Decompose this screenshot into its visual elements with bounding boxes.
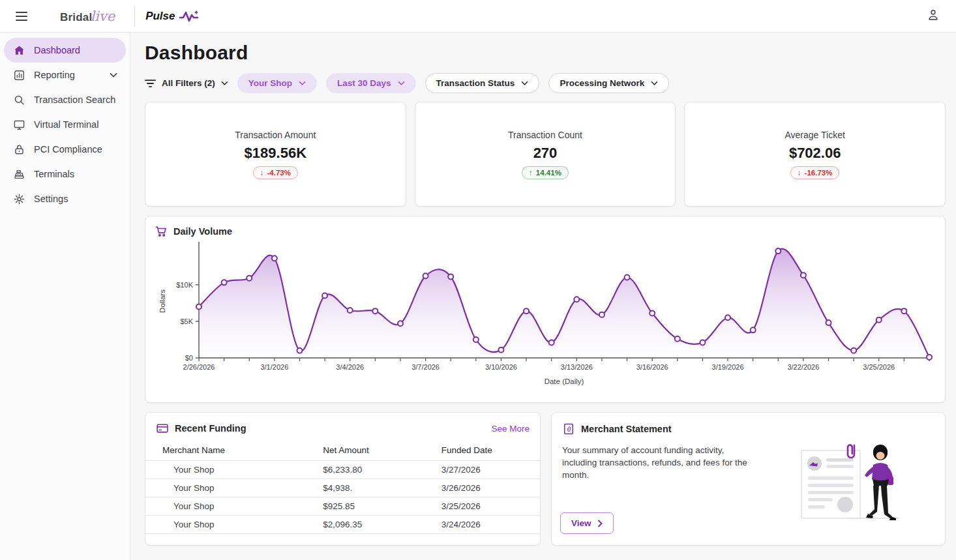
arrow-down-icon: ↓ [260, 169, 264, 177]
table-row[interactable]: Your Shop $4,938. 3/26/2026 [145, 479, 540, 497]
funded-date-cell: 3/26/2026 [441, 479, 540, 497]
svg-text:$5K: $5K [180, 317, 193, 325]
column-header-merchant: Merchant Name [145, 441, 323, 461]
svg-text:2/26/2026: 2/26/2026 [183, 363, 215, 371]
filter-icon [145, 79, 156, 88]
stat-value: 270 [533, 145, 558, 162]
chart-title: Daily Volume [173, 226, 232, 237]
page-title: Dashboard [145, 42, 946, 64]
stat-label: Transaction Amount [235, 130, 316, 140]
filter-date-range[interactable]: Last 30 Days [326, 73, 416, 93]
net-amount-cell: $4,938. [323, 479, 441, 497]
svg-text:3/16/2026: 3/16/2026 [636, 363, 668, 371]
merchant-name-cell: Your Shop [145, 461, 323, 479]
daily-volume-chart[interactable]: $0$5K$10KDollars2/26/20263/1/20263/4/202… [155, 239, 936, 393]
view-statement-button[interactable]: View [560, 512, 614, 534]
funded-date-cell: 3/25/2026 [441, 497, 540, 516]
product-name: Pulse [145, 10, 175, 23]
svg-text:3/10/2026: 3/10/2026 [485, 363, 517, 371]
filter-your-shop[interactable]: Your Shop [237, 73, 317, 93]
table-row[interactable]: Your Shop $925.85 3/25/2026 [145, 497, 540, 516]
statement-title: Merchant Statement [581, 424, 672, 434]
svg-text:Date (Daily): Date (Daily) [545, 377, 584, 385]
sidebar-item-terminals[interactable]: Terminals [4, 162, 126, 186]
svg-text:3/19/2026: 3/19/2026 [712, 363, 744, 371]
shopping-cart-icon [155, 225, 168, 238]
sidebar-item-label: Reporting [34, 70, 75, 80]
statement-description: Your summary of account funding activity… [562, 444, 761, 481]
recent-funding-card: Recent Funding See More Merchant Name Ne… [145, 412, 541, 546]
search-icon [12, 93, 25, 106]
sidebar-item-reporting[interactable]: Reporting [4, 63, 126, 87]
sidebar-item-label: Dashboard [34, 45, 80, 55]
svg-text:3/25/2026: 3/25/2026 [863, 363, 895, 371]
lock-icon [12, 143, 25, 156]
sidebar-item-label: Terminals [34, 169, 74, 179]
top-bar: Bridal live Pulse [0, 0, 956, 33]
funding-table: Merchant Name Net Amount Funded Date You… [145, 441, 540, 534]
brand-text-live: live [90, 8, 115, 24]
arrow-up-icon: ↑ [529, 169, 533, 177]
funding-title: Recent Funding [175, 423, 246, 434]
statement-illustration [800, 439, 904, 522]
hamburger-menu-icon[interactable] [13, 9, 30, 23]
stat-card-transaction-count: Transaction Count 270 ↑ 14.41% [415, 102, 676, 207]
stat-label: Average Ticket [784, 130, 844, 140]
stat-card-average-ticket: Average Ticket $702.06 ↓ -16.73% [684, 102, 946, 207]
user-account-icon[interactable] [923, 5, 943, 27]
net-amount-cell: $6,233.80 [323, 461, 441, 479]
funded-date-cell: 3/24/2026 [441, 516, 540, 534]
sidebar-item-pci-compliance[interactable]: PCI Compliance [4, 137, 126, 162]
chevron-down-icon [110, 72, 117, 78]
arrow-down-icon: ↓ [798, 169, 801, 177]
stat-value: $189.56K [245, 145, 306, 162]
merchant-name-cell: Your Shop [145, 497, 323, 516]
pulse-wave-icon [179, 10, 199, 23]
chevron-right-icon [597, 520, 603, 527]
woman-figure [865, 445, 896, 520]
svg-text:Dollars: Dollars [158, 289, 166, 313]
bar-chart-icon [12, 68, 25, 81]
net-amount-cell: $925.85 [323, 497, 441, 516]
pulse-logo: Pulse [145, 10, 199, 23]
sidebar-item-virtual-terminal[interactable]: Virtual Terminal [4, 112, 126, 137]
chevron-down-icon [299, 81, 306, 85]
merchant-name-cell: Your Shop [145, 479, 323, 497]
column-header-amount: Net Amount [323, 441, 441, 461]
svg-text:3/4/2026: 3/4/2026 [336, 363, 364, 371]
topbar-divider [134, 6, 135, 27]
see-more-link[interactable]: See More [491, 424, 530, 434]
credit-card-icon [156, 422, 169, 435]
svg-text:3/22/2026: 3/22/2026 [787, 363, 819, 371]
trend-badge-up: ↑ 14.41% [522, 166, 569, 179]
stat-cards-row: Transaction Amount $189.56K ↓ -4.73% Tra… [145, 102, 946, 207]
gear-icon [12, 192, 25, 205]
cash-register-icon [12, 168, 25, 181]
table-row[interactable]: Your Shop $2,096.35 3/24/2026 [145, 516, 540, 534]
home-icon [12, 44, 25, 57]
chevron-down-icon [521, 81, 528, 85]
svg-text:$10K: $10K [176, 281, 193, 289]
merchant-name-cell: Your Shop [145, 516, 323, 534]
chevron-down-icon [651, 81, 658, 85]
net-amount-cell: $2,096.35 [323, 516, 441, 534]
filter-transaction-status[interactable]: Transaction Status [425, 73, 540, 93]
all-filters-button[interactable]: All Filters (2) [145, 78, 228, 88]
sidebar: Dashboard Reporting Transaction Search [0, 33, 130, 560]
svg-text:$0: $0 [185, 354, 193, 362]
sidebar-item-transaction-search[interactable]: Transaction Search [4, 87, 126, 112]
sidebar-item-dashboard[interactable]: Dashboard [4, 38, 126, 63]
sidebar-item-settings[interactable]: Settings [4, 186, 126, 211]
stat-value: $702.06 [789, 145, 841, 162]
stat-label: Transaction Count [508, 130, 582, 140]
merchant-statement-card: Merchant Statement Your summary of accou… [551, 412, 946, 546]
table-row[interactable]: Your Shop $6,233.80 3/27/2026 [145, 461, 540, 479]
monitor-icon [12, 118, 25, 131]
stat-card-transaction-amount: Transaction Amount $189.56K ↓ -4.73% [145, 102, 406, 207]
bottom-row: Recent Funding See More Merchant Name Ne… [145, 412, 946, 546]
main-content: Dashboard All Filters (2) Your Shop Last… [130, 33, 956, 560]
sidebar-item-label: Transaction Search [34, 95, 115, 105]
filter-processing-network[interactable]: Processing Network [548, 73, 669, 93]
trend-badge-down: ↓ -16.73% [790, 166, 840, 179]
paperclip-document-icon [562, 422, 575, 435]
